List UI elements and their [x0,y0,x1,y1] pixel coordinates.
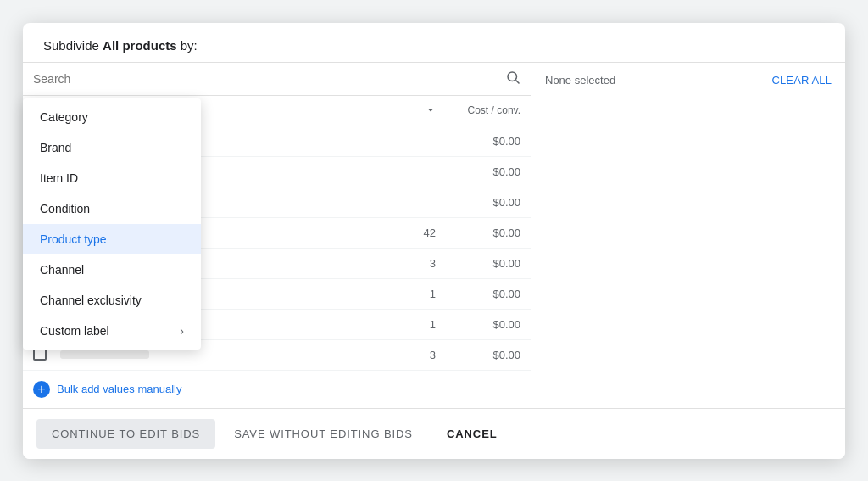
dialog-title: Subdivide All products by: [43,38,198,53]
dialog-footer: CONTINUE TO EDIT BIDS SAVE WITHOUT EDITI… [23,408,845,459]
dropdown-item-product-type[interactable]: Product type [23,224,201,254]
dropdown-item-label: Product type [40,232,107,246]
svg-point-0 [508,72,517,81]
dropdown-item-label: Item ID [40,171,78,185]
dropdown-item-custom-label[interactable]: Custom label › [23,316,201,346]
title-bold: All products [103,38,177,53]
bulk-add-button[interactable]: + Bulk add values manually [23,371,531,408]
dropdown-item-label: Custom label [40,324,109,338]
dialog-header: Subdivide All products by: [23,23,845,63]
dropdown-item-condition[interactable]: Condition [23,193,201,224]
header-num-products [368,105,436,115]
blurred-label [60,350,149,359]
dropdown-item-channel-exclusivity[interactable]: Channel exclusivity [23,285,201,316]
dropdown-item-channel[interactable]: Channel [23,254,201,285]
row-num: 3 [368,257,436,270]
row-cost: $0.00 [436,257,520,270]
row-cost: $0.00 [436,349,520,361]
row-num: 3 [368,349,436,361]
bulk-add-label: Bulk add values manually [57,383,181,395]
continue-to-edit-bids-button[interactable]: CONTINUE TO EDIT BIDS [36,419,215,449]
search-bar [23,63,531,96]
dropdown-item-item-id[interactable]: Item ID [23,163,201,193]
dropdown-item-label: Brand [40,141,71,154]
plus-icon: + [33,381,50,398]
title-prefix: Subdivide [43,38,103,53]
right-panel: None selected CLEAR ALL [531,63,845,408]
dialog: Subdivide All products by: [23,23,845,459]
right-panel-top: None selected CLEAR ALL [531,63,845,98]
dropdown-item-label: Channel [40,263,84,277]
row-cost: $0.00 [436,135,520,148]
header-cost-conv: Cost / conv. [436,104,520,116]
save-without-editing-button[interactable]: SAVE WITHOUT EDITING BIDS [219,419,428,449]
dropdown-item-label: Condition [40,202,90,215]
row-num: 42 [368,227,436,239]
cancel-button[interactable]: CANCEL [431,419,513,449]
row-num: 1 [368,288,436,300]
title-suffix: by: [177,38,198,53]
chevron-right-icon: › [180,324,184,338]
dropdown-item-brand[interactable]: Brand [23,132,201,163]
row-num: 1 [368,318,436,331]
none-selected-label: None selected [545,74,615,87]
search-input[interactable] [33,72,498,86]
row-cost: $0.00 [436,227,520,239]
row-cost: $0.00 [436,165,520,178]
dropdown-item-category[interactable]: Category [23,102,201,132]
row-cost: $0.00 [436,318,520,331]
dropdown-item-label: Channel exclusivity [40,294,142,307]
search-icon [505,70,520,88]
row-cost: $0.00 [436,288,520,300]
dropdown-menu: Category Brand Item ID Condition Product… [23,98,201,350]
dropdown-item-label: Category [40,110,88,124]
dialog-body: Product group Cost / conv. $0.00 [23,63,845,408]
row-cost: $0.00 [436,196,520,209]
clear-all-button[interactable]: CLEAR ALL [771,74,832,87]
svg-line-1 [515,80,519,83]
